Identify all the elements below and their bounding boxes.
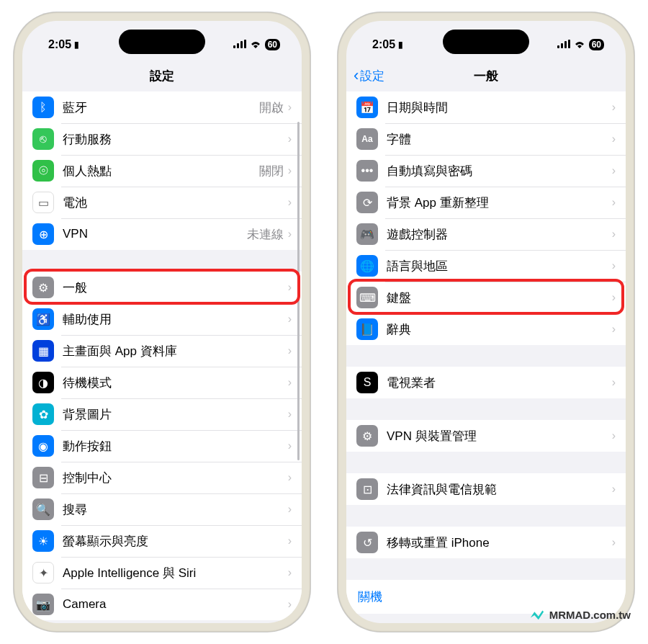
- row-label: VPN: [63, 227, 247, 241]
- dynamic-island: [119, 30, 205, 54]
- row-label: 行動服務: [63, 131, 288, 148]
- datetime-icon: 📅: [356, 97, 378, 118]
- row-label: 動作按鈕: [63, 438, 288, 455]
- chevron-right-icon: ›: [612, 483, 616, 496]
- display-icon: ☀: [32, 530, 54, 552]
- settings-row[interactable]: •••自動填寫與密碼›: [346, 155, 626, 187]
- chevron-right-icon: ›: [612, 228, 616, 241]
- general-icon: ⚙: [32, 277, 54, 298]
- chevron-right-icon: ›: [288, 344, 292, 357]
- chevron-right-icon: ›: [288, 133, 292, 146]
- status-time: 2:05: [372, 38, 395, 51]
- settings-group: ↺移轉或重置 iPhone›: [346, 527, 626, 558]
- settings-row[interactable]: ♿輔助使用›: [22, 303, 302, 335]
- general-list[interactable]: 📅日期與時間›Aa字體›•••自動填寫與密碼›⟳背景 App 重新整理›🎮遊戲控…: [346, 91, 626, 623]
- settings-row[interactable]: ✦Apple Intelligence 與 Siri›: [22, 557, 302, 589]
- svg-rect-2: [240, 41, 243, 48]
- chevron-right-icon: ›: [288, 408, 292, 421]
- row-label: 個人熱點: [63, 163, 259, 179]
- row-label: 主畫面與 App 資料庫: [63, 343, 288, 359]
- back-label: 設定: [360, 68, 384, 84]
- settings-row[interactable]: ⦾個人熱點關閉›: [22, 155, 302, 187]
- signal-icon: [233, 39, 246, 50]
- settings-row[interactable]: ☀螢幕顯示與亮度›: [22, 525, 302, 557]
- svg-rect-4: [557, 45, 559, 48]
- row-label: 待機模式: [63, 375, 288, 391]
- row-label: VPN 與裝置管理: [387, 428, 612, 444]
- settings-group: ⚙一般›♿輔助使用›▦主畫面與 App 資料庫›◑待機模式›✿背景圖片›◉動作按…: [22, 272, 302, 620]
- chevron-right-icon: ›: [612, 133, 616, 146]
- battery-indicator: 60: [589, 39, 604, 50]
- wifi-icon: [573, 39, 586, 50]
- actionbutton-icon: ◉: [32, 435, 54, 457]
- settings-row[interactable]: Aa字體›: [346, 123, 626, 155]
- navbar: 設定: [22, 60, 302, 91]
- settings-row[interactable]: ⎋行動服務›: [22, 123, 302, 155]
- settings-row[interactable]: 🎮遊戲控制器›: [346, 218, 626, 250]
- row-label: 移轉或重置 iPhone: [387, 535, 612, 551]
- cellular-icon: ⎋: [32, 128, 54, 150]
- row-label: 法律資訊與電信規範: [387, 481, 612, 498]
- svg-rect-6: [564, 41, 567, 48]
- chevron-right-icon: ›: [288, 439, 292, 452]
- tvprovider-icon: S: [356, 372, 378, 393]
- settings-row[interactable]: ⊡法律資訊與電信規範›: [346, 473, 626, 505]
- vpn-icon: ⊕: [32, 223, 54, 245]
- siri-icon: ✦: [32, 562, 54, 583]
- row-label: 螢幕顯示與亮度: [63, 533, 288, 550]
- settings-row[interactable]: ⊕VPN未連線›: [22, 218, 302, 250]
- chevron-right-icon: ›: [288, 503, 292, 516]
- settings-row[interactable]: 🔍搜尋›: [22, 493, 302, 525]
- settings-row[interactable]: 🌐語言與地區›: [346, 250, 626, 282]
- row-label: 電視業者: [387, 375, 612, 391]
- settings-row[interactable]: ᛒ藍牙開啟›: [22, 91, 302, 123]
- row-value: 關閉: [259, 163, 284, 179]
- settings-row[interactable]: ◉動作按鈕›: [22, 430, 302, 462]
- autofill-icon: •••: [356, 160, 378, 182]
- settings-row[interactable]: 📘辭典›: [346, 313, 626, 345]
- row-label: 控制中心: [63, 470, 288, 486]
- status-time: 2:05: [48, 38, 71, 51]
- row-value: 開啟: [259, 99, 284, 116]
- hotspot-icon: ⦾: [32, 160, 54, 182]
- row-label: 輔助使用: [63, 311, 288, 328]
- controlcenter-icon: ⊟: [32, 467, 54, 488]
- settings-row[interactable]: ⚙VPN 與裝置管理›: [346, 420, 626, 452]
- settings-row[interactable]: ⟳背景 App 重新整理›: [346, 187, 626, 218]
- settings-row[interactable]: ↺移轉或重置 iPhone›: [346, 527, 626, 558]
- svg-rect-0: [233, 45, 235, 48]
- settings-group: ᛒ藍牙開啟›⎋行動服務›⦾個人熱點關閉›▭電池›⊕VPN未連線›: [22, 91, 302, 250]
- chevron-right-icon: ›: [612, 164, 616, 177]
- settings-row[interactable]: ✿背景圖片›: [22, 398, 302, 430]
- page-title: 一般: [474, 68, 498, 84]
- vpndevice-icon: ⚙: [356, 425, 378, 447]
- settings-row[interactable]: ⚙一般›: [22, 272, 302, 303]
- scroll-indicator[interactable]: [297, 122, 300, 460]
- chevron-right-icon: ›: [288, 228, 292, 241]
- settings-row[interactable]: ⊟控制中心›: [22, 462, 302, 493]
- watermark: MRMAD.com.tw: [529, 607, 631, 622]
- settings-row[interactable]: ⌨鍵盤›: [346, 282, 626, 313]
- focus-icon: ▮: [74, 40, 79, 50]
- settings-row[interactable]: ▦主畫面與 App 資料庫›: [22, 335, 302, 367]
- back-button[interactable]: ‹ 設定: [354, 68, 384, 84]
- settings-row[interactable]: 📅日期與時間›: [346, 91, 626, 123]
- homescreen-icon: ▦: [32, 340, 54, 362]
- fonts-icon: Aa: [356, 128, 378, 150]
- row-label: 字體: [387, 131, 612, 148]
- settings-group: ⊡法律資訊與電信規範›: [346, 473, 626, 505]
- settings-row[interactable]: S電視業者›: [346, 367, 626, 398]
- dynamic-island: [443, 30, 529, 54]
- reset-icon: ↺: [356, 532, 378, 553]
- chevron-right-icon: ›: [288, 566, 292, 579]
- settings-row[interactable]: ◑待機模式›: [22, 367, 302, 398]
- chevron-right-icon: ›: [612, 429, 616, 442]
- status-bar: 2:05 ▮ 60: [22, 21, 302, 60]
- bgrefresh-icon: ⟳: [356, 192, 378, 213]
- legal-icon: ⊡: [356, 478, 378, 500]
- settings-list[interactable]: ᛒ藍牙開啟›⎋行動服務›⦾個人熱點關閉›▭電池›⊕VPN未連線›⚙一般›♿輔助使…: [22, 91, 302, 623]
- settings-row[interactable]: ▭電池›: [22, 187, 302, 218]
- svg-rect-5: [561, 43, 563, 48]
- row-label: Camera: [63, 597, 288, 612]
- settings-row[interactable]: 📷Camera›: [22, 589, 302, 620]
